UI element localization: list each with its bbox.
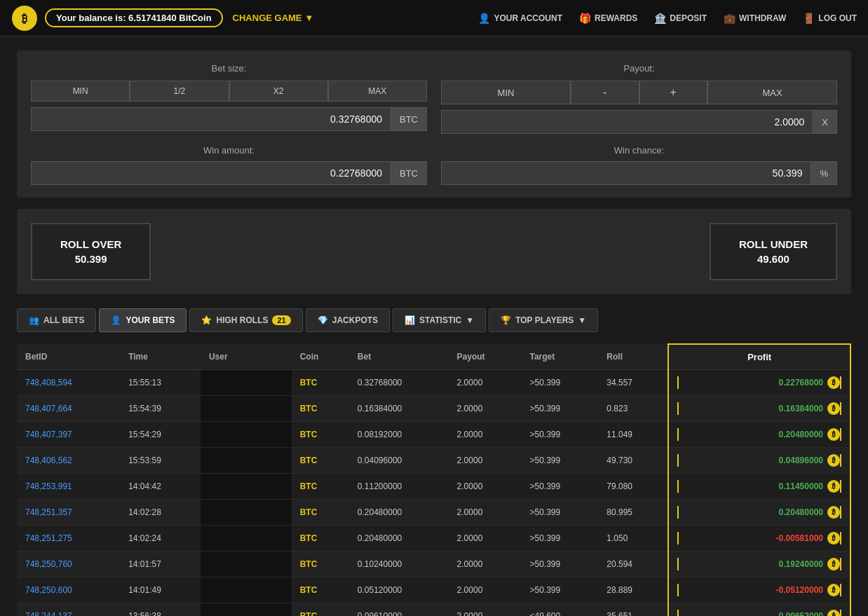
table-row-target: >50.399 [521,370,598,396]
table-row-bet: 0.04096000 [349,448,449,474]
table-row-profit: 0.16384000 ₿ [668,396,850,422]
btc-coin-icon: ₿ [827,480,840,493]
table-row-coin: BTC [292,603,349,617]
bet-half-button[interactable]: 1/2 [130,81,229,102]
table-row-bet: 0.20480000 [349,526,449,552]
header: ₿ Your balance is: 6.51741840 BitCoin CH… [0,0,868,36]
bet-min-button[interactable]: MIN [31,81,130,102]
table-row-roll: 20.594 [598,552,668,577]
btc-coin-icon: ₿ [827,376,840,389]
table-row-user [201,474,292,500]
win-chance-section: Win chance: % [441,145,837,185]
top-players-chevron: ▼ [578,315,586,325]
high-rolls-badge: 21 [272,315,290,325]
tab-statistic[interactable]: 📊 STATISTIC ▼ [393,308,486,332]
btc-coin-icon: ₿ [827,584,840,596]
tab-high-rolls[interactable]: ⭐ HIGH ROLLS 21 [189,308,302,332]
balance-display: Your balance is: 6.51741840 BitCoin [45,8,223,27]
table-row-target: >50.399 [521,448,598,474]
table-row-time: 14:02:24 [120,526,201,552]
nav-your-account[interactable]: 👤 YOUR ACCOUNT [478,13,562,24]
table-row-payout: 2.0000 [449,448,522,474]
win-amount-input-row: BTC [31,161,427,185]
payout-input[interactable] [441,110,813,134]
jackpots-icon: 💎 [318,315,328,325]
top-players-icon: 🏆 [501,315,511,325]
table-row-betid[interactable]: 748,407,397 [17,422,120,448]
table-row-betid[interactable]: 748,250,760 [17,552,120,577]
table-row-profit: 0.11450000 ₿ [668,474,850,500]
table-row-coin: BTC [292,448,349,474]
btc-coin-icon: ₿ [827,506,840,519]
table-row-profit: -0.05120000 ₿ [668,577,850,603]
nav-withdraw[interactable]: 💼 WITHDRAW [724,13,786,24]
table-row-bet: 0.09610000 [349,603,449,617]
bet-max-button[interactable]: MAX [328,81,427,102]
all-bets-icon: 👥 [29,315,39,325]
table-row-roll: 11.049 [598,422,668,448]
col-header-roll: Roll [598,344,668,370]
tab-your-bets[interactable]: 👤 YOUR BETS [99,308,187,332]
table-row-betid[interactable]: 748,406,562 [17,448,120,474]
table-row-coin: BTC [292,422,349,448]
tab-top-players[interactable]: 🏆 TOP PLAYERS ▼ [489,308,598,332]
payout-label: Payout: [441,63,837,74]
roll-under-button[interactable]: ROLL UNDER 49.600 [710,223,837,280]
table-row-betid[interactable]: 748,250,600 [17,577,120,603]
table-row-target: >50.399 [521,474,598,500]
table-row-target: >50.399 [521,422,598,448]
table-row-payout: 2.0000 [449,526,522,552]
payout-plus-button[interactable]: + [639,81,708,104]
btc-coin-icon: ₿ [827,402,840,415]
bet-double-button[interactable]: X2 [229,81,328,102]
table-row-payout: 2.0000 [449,396,522,422]
nav-logout[interactable]: 🚪 LOG OUT [803,13,857,24]
table-row-time: 13:56:38 [120,603,201,617]
table-row-betid[interactable]: 748,253,991 [17,474,120,500]
table-row-payout: 2.0000 [449,474,522,500]
bet-size-buttons: MIN 1/2 X2 MAX [31,81,427,102]
table-row-betid[interactable]: 748,244,137 [17,603,120,617]
table-row-target: >50.399 [521,577,598,603]
statistic-icon: 📊 [405,315,415,325]
payout-minus-button[interactable]: - [571,81,639,104]
btc-coin-icon: ₿ [827,428,840,441]
table-row-betid[interactable]: 748,407,664 [17,396,120,422]
logo-icon: ₿ [11,5,38,32]
win-chance-input-row: % [441,161,837,185]
tab-all-bets[interactable]: 👥 ALL BETS [17,308,96,332]
col-header-coin: Coin [292,344,349,370]
account-icon: 👤 [478,13,490,24]
rewards-icon: 🎁 [579,13,591,24]
nav-rewards[interactable]: 🎁 REWARDS [579,13,637,24]
col-header-target: Target [521,344,598,370]
win-amount-input[interactable] [31,161,391,185]
header-nav: 👤 YOUR ACCOUNT 🎁 REWARDS 🏦 DEPOSIT 💼 WIT… [478,13,857,24]
table-row-betid[interactable]: 748,251,357 [17,500,120,526]
deposit-icon: 🏦 [654,13,666,24]
payout-section: Payout: MIN - + MAX X [441,63,837,134]
table-row-betid[interactable]: 748,408,594 [17,370,120,396]
bets-table: BetID Time User Coin Bet Payout Target R… [17,343,851,616]
table-row-payout: 2.0000 [449,422,522,448]
table-row-user [201,448,292,474]
table-row-roll: 1.050 [598,526,668,552]
table-row-bet: 0.10240000 [349,552,449,577]
bet-size-section: Bet size: MIN 1/2 X2 MAX BTC [31,63,427,134]
table-row-betid[interactable]: 748,251,275 [17,526,120,552]
payout-max-button[interactable]: MAX [707,81,837,104]
bet-size-input[interactable] [31,107,391,131]
nav-deposit[interactable]: 🏦 DEPOSIT [654,13,707,24]
roll-over-button[interactable]: ROLL OVER 50.399 [31,223,151,280]
change-game-button[interactable]: CHANGE GAME ▼ [233,13,314,23]
table-row-roll: 35.651 [598,603,668,617]
bet-currency-label: BTC [391,107,427,131]
payout-buttons: MIN - + MAX [441,81,837,104]
table-row-time: 15:54:39 [120,396,201,422]
tab-jackpots[interactable]: 💎 JACKPOTS [306,308,390,332]
roll-panel: ROLL OVER 50.399 ROLL UNDER 49.600 [17,209,851,294]
win-chance-input[interactable] [441,161,811,185]
table-row-user [201,603,292,617]
payout-suffix-label: X [813,110,837,134]
payout-min-button[interactable]: MIN [441,81,571,104]
